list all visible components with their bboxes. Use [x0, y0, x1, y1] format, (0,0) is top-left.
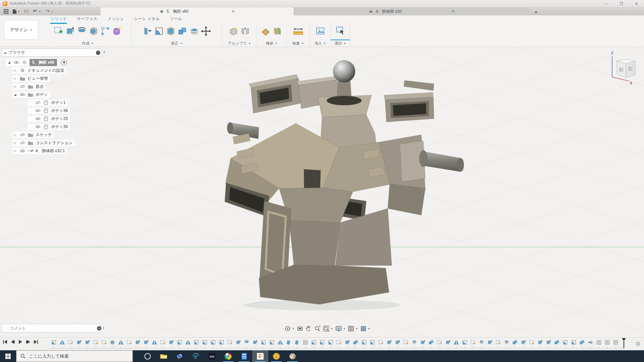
tree-item-label[interactable]: ボディ36: [51, 108, 68, 114]
tree-item-ビュー管理[interactable]: ▷ビュー管理: [0, 74, 114, 82]
minimize-button[interactable]: ─: [599, 0, 614, 7]
tree-item-label[interactable]: スケッチ: [36, 132, 52, 138]
expand-open-icon[interactable]: ◢: [13, 93, 17, 96]
timeline-feature-fillet[interactable]: [318, 339, 326, 348]
mecha-chest-model[interactable]: [225, 60, 464, 310]
timeline-feature-combine[interactable]: [511, 339, 519, 348]
close-button[interactable]: ✕: [629, 0, 644, 7]
timeline-feature-extrude[interactable]: [536, 339, 544, 348]
taskbar-app-fusion360[interactable]: F: [252, 350, 268, 362]
tree-item-label[interactable]: ボディ1: [51, 100, 66, 106]
tab-document-1[interactable]: 5、胸部 v60 ✕: [101, 7, 293, 15]
collapse-browser-icon[interactable]: ◂◂: [4, 51, 6, 55]
taskbar-app-calculator[interactable]: [236, 350, 252, 362]
tree-item-原点[interactable]: ▷原点: [0, 82, 114, 90]
comment-add-icon[interactable]: +: [97, 326, 101, 330]
timeline-feature-fillet[interactable]: [192, 339, 201, 348]
ribbon-group-label-検査[interactable]: 検査▼: [286, 40, 310, 46]
maximize-button[interactable]: ❐: [614, 0, 629, 7]
offset-plane-icon[interactable]: [272, 26, 283, 37]
timeline-feature-fillet[interactable]: [561, 339, 570, 348]
visibility-eye-icon[interactable]: [19, 149, 25, 153]
redo-button[interactable]: ▼: [43, 8, 55, 15]
timeline-feature-extrude[interactable]: [486, 339, 494, 348]
insert-canvas-icon[interactable]: [315, 26, 326, 37]
orbit-icon[interactable]: ▼: [284, 325, 294, 332]
ribbon-group-label-挿入[interactable]: 挿入▼: [310, 40, 330, 46]
timeline-feature-mirror[interactable]: [276, 339, 284, 348]
tree-item-label[interactable]: ビュー管理: [28, 76, 48, 81]
timeline-feature-extrude[interactable]: [133, 339, 142, 348]
measure-icon[interactable]: [293, 26, 304, 37]
timeline-feature-pattern[interactable]: [611, 339, 620, 348]
timeline-feature-sketch[interactable]: [92, 339, 100, 348]
timeline-feature-fillet[interactable]: [310, 339, 318, 348]
ribbon-group-label-作成[interactable]: 作成▼: [44, 40, 131, 46]
timeline-feature-extrude[interactable]: [393, 339, 402, 348]
expand-closed-icon[interactable]: ▷: [13, 141, 17, 144]
tree-item-label[interactable]: 4、胴体部 v32:1: [36, 148, 65, 154]
timeline-feature-fillet[interactable]: [259, 339, 268, 348]
workspace-selector[interactable]: デザイン▼: [4, 20, 38, 40]
timeline-feature-extrude[interactable]: [444, 339, 452, 348]
visibility-eye-icon[interactable]: [35, 101, 41, 105]
combine-icon[interactable]: [177, 26, 188, 37]
timeline-feature-combine[interactable]: [553, 339, 561, 348]
timeline-feature-mirror[interactable]: [150, 339, 159, 348]
browser-panel-header[interactable]: ◂◂ ブラウザ − ‖: [1, 49, 102, 57]
tree-item-label[interactable]: ボディ: [36, 92, 48, 98]
timeline-feature-fillet[interactable]: [50, 339, 58, 348]
construction-plane-icon[interactable]: [260, 26, 271, 37]
timeline-feature-fillet[interactable]: [268, 339, 276, 348]
timeline-feature-draft[interactable]: [293, 339, 301, 348]
timeline-feature-mirror[interactable]: [117, 339, 125, 348]
look-at-icon[interactable]: [297, 325, 303, 332]
start-button[interactable]: [0, 350, 16, 362]
split-body-icon[interactable]: [189, 26, 200, 37]
timeline-feature-combine[interactable]: [352, 339, 360, 348]
tab-document-2[interactable]: 4、胴体部 v32 ✕: [294, 7, 529, 15]
timeline-feature-sketch[interactable]: [377, 339, 385, 348]
viewports-icon[interactable]: ▼: [360, 325, 370, 332]
timeline-feature-fillet[interactable]: [209, 339, 217, 348]
timeline-feature-move[interactable]: [586, 339, 595, 348]
timeline-play-button[interactable]: [18, 340, 23, 344]
tab-close-icon[interactable]: ✕: [231, 9, 235, 14]
timeline-feature-extrude[interactable]: [75, 339, 83, 348]
create-form-icon[interactable]: [112, 26, 122, 37]
timeline-feature-sketch[interactable]: [494, 339, 502, 348]
ribbon-group-label-修正[interactable]: 修正▼: [131, 40, 222, 46]
timeline-feature-sketch[interactable]: [125, 339, 133, 348]
timeline-feature-hole[interactable]: [108, 339, 117, 348]
ribbon-group-label-構築[interactable]: 構築▼: [257, 40, 286, 46]
pan-icon[interactable]: [306, 325, 312, 332]
expand-closed-icon[interactable]: ▷: [13, 69, 17, 72]
hole-icon[interactable]: [88, 26, 99, 37]
grid-layout-icon[interactable]: ▼: [348, 325, 358, 332]
timeline-feature-extrude[interactable]: [167, 339, 175, 348]
timeline-feature-sketch[interactable]: [66, 339, 75, 348]
comment-panel[interactable]: コメント + ‖: [1, 324, 101, 333]
timeline-feature-fillet[interactable]: [368, 339, 377, 348]
app-grid-icon[interactable]: [2, 8, 10, 15]
activate-component-radio[interactable]: [61, 60, 67, 65]
tree-item-label[interactable]: 原点: [36, 84, 44, 89]
ribbon-group-label-アセンブリ[interactable]: アセンブリ▼: [222, 40, 257, 46]
timeline-feature-sketch[interactable]: [159, 339, 167, 348]
visibility-eye-icon[interactable]: [35, 125, 41, 128]
timeline-feature-extrude[interactable]: [544, 339, 553, 348]
tree-item-ドキュメントの設定[interactable]: ▷⚙ドキュメントの設定: [0, 66, 114, 74]
timeline-feature-mirror[interactable]: [452, 339, 461, 348]
file-menu-button[interactable]: ▼: [11, 8, 21, 15]
move-copy-icon[interactable]: [201, 26, 211, 37]
timeline-feature-split[interactable]: [502, 339, 511, 348]
zoom-icon[interactable]: [314, 325, 321, 332]
timeline-feature-fillet[interactable]: [360, 339, 368, 348]
timeline-feature-extrude[interactable]: [83, 339, 92, 348]
taskbar-app-paint[interactable]: [284, 350, 301, 362]
tree-item-ボディ1[interactable]: ボディ1: [0, 99, 114, 107]
timeline-feature-sketch[interactable]: [469, 339, 477, 348]
visibility-eye-icon[interactable]: [35, 117, 41, 120]
timeline-feature-extrude[interactable]: [142, 339, 150, 348]
taskbar-app-chrome[interactable]: [220, 350, 236, 362]
